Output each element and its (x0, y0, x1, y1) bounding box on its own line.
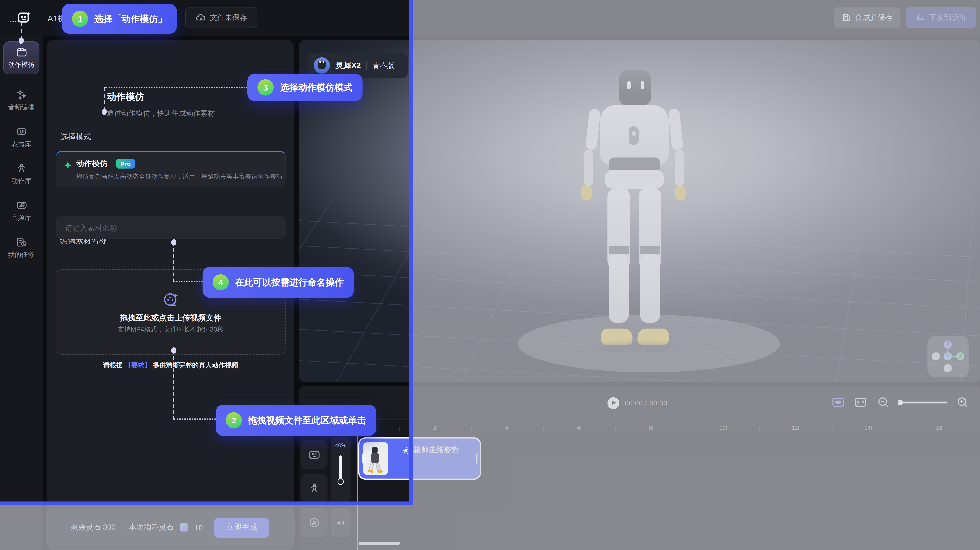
motion-track-button[interactable] (301, 474, 328, 503)
connector-step4-v (173, 242, 174, 282)
clapperboard-icon (15, 46, 27, 58)
sidebar-item-label: 音频编排 (8, 103, 34, 112)
step-number: 3 (258, 79, 274, 95)
volume-value: 40% (331, 442, 351, 449)
panel-title: 动作模仿 (107, 91, 145, 103)
sidebar-item-label: 动作模仿 (8, 60, 34, 69)
robot-avatar (314, 57, 330, 74)
sidebar-item-label: 音频库 (11, 214, 31, 222)
connector-dot-step4 (171, 239, 176, 246)
requirements-link[interactable]: 【要求】 (125, 361, 151, 369)
clip-thumbnail (363, 442, 388, 475)
step-number: 1 (72, 11, 88, 27)
connector-step4-h (174, 281, 202, 282)
clip-trim-handle-left[interactable] (362, 453, 364, 464)
sparkles-icon (15, 89, 27, 100)
file-unsaved-status[interactable]: 文件未保存 (185, 7, 258, 28)
step-number: 4 (213, 274, 229, 290)
spotlight-border-horizontal (0, 501, 413, 505)
unsaved-label: 文件未保存 (210, 12, 247, 23)
task-clock-icon (15, 236, 27, 248)
mode-description: 模仿复杂高精度高动态全身动作复现，适用于舞蹈功夫等丰富表达创作表演 (76, 173, 283, 181)
figure-icon (308, 482, 321, 495)
tutorial-step-2: 2 拖拽视频文件至此区域或单击 (216, 405, 376, 436)
mode-card-pro[interactable]: 动作模仿 Pro 模仿复杂高精度高动态全身动作复现，适用于舞蹈功夫等丰富表达创作… (56, 152, 285, 187)
sidebar-item-audio-lib[interactable]: 音频库 (3, 195, 39, 227)
overlay-mask-right (413, 0, 980, 550)
step-label: 选择动作模仿模式 (280, 81, 353, 93)
divider (366, 61, 367, 70)
tutorial-step-1: 1 选择「动作模仿」 (62, 4, 177, 34)
spotlight-border-vertical (409, 0, 413, 505)
nav-sidebar: 动作模仿 音频编排 表情库 动作库 音频库 我的任务 (0, 35, 43, 550)
cloud-unsaved-icon (196, 13, 205, 22)
connector-step1-h (10, 21, 21, 22)
wink-face-icon (308, 448, 321, 461)
sidebar-item-label: 表情库 (11, 140, 31, 149)
running-person-icon (402, 446, 410, 454)
upload-note: 请根据 【要求】 提供清晰完整的真人动作视频 (56, 361, 285, 370)
connector-step3-h (105, 87, 248, 88)
sidebar-item-motion-imitate[interactable]: 动作模仿 (3, 41, 39, 74)
connector-dot-step2 (171, 347, 176, 353)
dropzone-title: 拖拽至此或点击上传视频文件 (120, 313, 221, 323)
step-number: 2 (226, 412, 242, 428)
dropzone-hint: 支持MP4格式，文件时长不超过30秒 (118, 325, 224, 334)
sidebar-item-expression-lib[interactable]: 表情库 (3, 121, 39, 153)
person-icon (15, 162, 27, 174)
connector-step2-h (174, 418, 216, 420)
tutorial-step-3: 3 选择动作模仿模式 (248, 74, 363, 101)
step-label: 选择「动作模仿」 (94, 13, 167, 25)
sidebar-item-label: 动作库 (11, 177, 31, 185)
robot-face-icon (15, 125, 27, 137)
mode-name: 动作模仿 (76, 159, 107, 169)
connector-step3-v (104, 87, 105, 111)
sidebar-item-label: 我的任务 (8, 250, 34, 259)
sidebar-item-audio-arrange[interactable]: 音频编排 (3, 84, 39, 116)
expression-track-button[interactable] (301, 440, 328, 469)
sidebar-item-my-tasks[interactable]: 我的任务 (3, 232, 39, 264)
sidebar-item-motion-lib[interactable]: 动作库 (3, 158, 39, 190)
app-logo-icon[interactable] (17, 10, 32, 25)
panel-subtitle: 通过动作模仿，快速生成动作素材 (107, 109, 215, 118)
material-name-input[interactable] (56, 216, 285, 239)
tutorial-step-4: 4 在此可以按需进行命名操作 (202, 267, 354, 298)
mode-section-label: 选择模式 (60, 132, 91, 142)
connector-step1-v (21, 22, 22, 40)
volume-panel: 40% (331, 437, 351, 504)
film-reel-sparkle-icon (162, 290, 179, 307)
volume-slider[interactable] (339, 455, 342, 482)
robot-name: 灵犀X2 (336, 60, 361, 71)
robot-edition: 青春版 (373, 61, 394, 70)
four-point-star-icon (63, 160, 73, 170)
connector-dot-step1 (19, 38, 24, 44)
music-card-icon (15, 199, 27, 211)
step-label: 在此可以按需进行命名操作 (235, 276, 344, 288)
connector-dot-step3 (102, 109, 107, 115)
step-label: 拖拽视频文件至此区域或单击 (248, 414, 366, 426)
pro-badge: Pro (116, 159, 135, 169)
connector-step2-v (173, 350, 174, 420)
app-root: A1机 文件未保存 合成并保存 下发到设备 动作模仿 音频编排 表情库 (0, 0, 980, 550)
overlay-mask-bottom (0, 505, 413, 550)
